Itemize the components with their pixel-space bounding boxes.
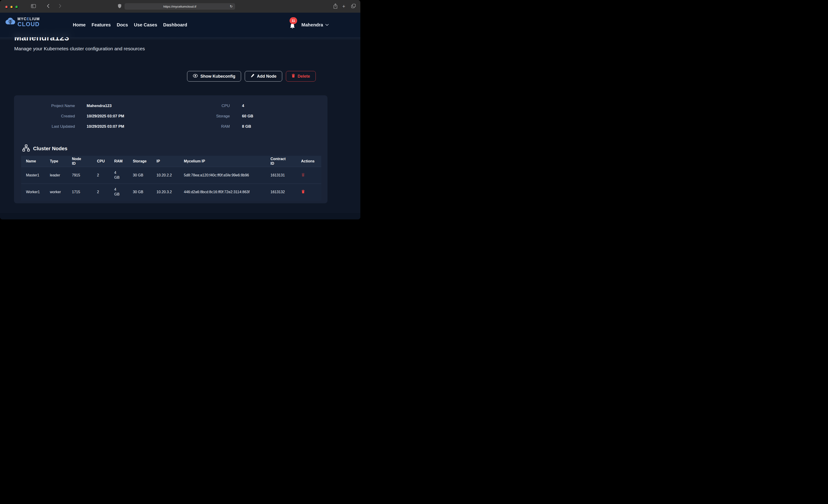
nav-link-docs[interactable]: Docs [117,22,128,28]
cell-mycelium-ip: 5d8:78ea:a120:f40c:ff0f:a5fe:99e6:8b96 [179,167,266,184]
nav-link-use-cases[interactable]: Use Cases [134,22,157,28]
cell-node-id: 7915 [67,167,92,184]
sidebar-toggle-button[interactable] [30,0,37,13]
cluster-nodes-heading: Cluster Nodes [22,144,67,153]
pencil-icon [250,74,254,79]
privacy-report-button[interactable] [117,0,122,13]
url-text: https://myceliumcloud.tf [163,5,196,8]
cell-cpu: 2 [92,184,110,201]
cluster-actions: Show Kubeconfig Add Node Delete [187,71,316,82]
footer-strip [0,213,360,219]
cell-name: Master1 [21,167,45,184]
table-row-master1: Master1 leader 7915 2 4 GB 30 GB 10.20.2… [21,167,321,184]
nav-link-home[interactable]: Home [73,22,86,28]
cell-storage: 30 GB [128,184,152,201]
cpu-label: CPU [207,103,230,108]
browser-window: https://myceliumcloud.tf ↻ + [0,0,360,219]
col-cpu: CPU [92,156,110,167]
tab-overview-button[interactable] [350,0,357,13]
nav-links: Home Features Docs Use Cases Dashboard [73,13,187,37]
tab-overview-icon [351,4,356,9]
cell-contract-id: 1613132 [266,184,296,201]
cell-ram: 4 GB [110,184,128,201]
last-updated-label: Last Updated [14,124,75,129]
show-kubeconfig-button[interactable]: Show Kubeconfig [187,71,241,82]
cell-node-id: 1715 [67,184,92,201]
storage-value: 60 GB [242,114,253,119]
cell-mycelium-ip: 446:d2a6:8bcd:8c16:ff0f:72e2:3114:863f [179,184,266,201]
back-button[interactable] [45,0,51,13]
chevron-left-icon [47,4,49,9]
chevron-down-icon [325,23,329,27]
delete-label: Delete [298,74,310,79]
trash-icon [301,174,305,177]
forward-button[interactable] [57,0,63,13]
project-name-label: Project Name [14,103,75,108]
info-row-cpu: CPU 4 [207,100,253,111]
cell-actions [296,184,321,201]
info-row-created: Created 10/29/2025 03:07 PM [14,111,124,121]
info-row-last-updated: Last Updated 10/29/2025 03:07 PM [14,121,124,132]
logo-line1: MYCELIUM [17,17,40,21]
delete-cluster-button[interactable]: Delete [286,71,316,82]
col-type: Type [45,156,67,167]
notification-badge: 11 [290,17,297,24]
zoom-window-button[interactable] [15,5,18,8]
cloud-logo-icon [5,17,16,27]
last-updated-value: 10/29/2025 03:07 PM [87,124,124,129]
refresh-icon: ↻ [230,4,233,8]
ram-label: RAM [207,124,230,129]
created-label: Created [14,114,75,119]
created-value: 10/29/2025 03:07 PM [87,114,124,119]
col-contract-id: Contract ID [266,156,296,167]
page-subtitle: Manage your Kubernetes cluster configura… [14,46,145,51]
nav-link-dashboard[interactable]: Dashboard [163,22,187,28]
top-navbar: MYCELIUM CLOUD Home Features Docs Use Ca… [0,13,360,37]
eye-icon [193,74,198,79]
chevron-right-icon [59,4,61,9]
col-ram: RAM [110,156,128,167]
cluster-nodes-table: Name Type Node ID CPU RAM Storage IP Myc… [21,156,321,201]
cell-ip: 10.20.3.2 [152,184,179,201]
cpu-value: 4 [242,103,244,108]
minimize-window-button[interactable] [10,5,13,8]
delete-node-button[interactable] [301,189,305,195]
logo-text: MYCELIUM CLOUD [17,17,40,27]
new-tab-button[interactable]: + [341,0,347,13]
col-name: Name [21,156,45,167]
notifications-button[interactable]: 11 [287,22,297,32]
refresh-button[interactable]: ↻ [229,4,234,9]
plus-icon: + [342,3,345,9]
cell-name: Worker1 [21,184,45,201]
col-ip: IP [152,156,179,167]
cluster-nodes-title: Cluster Nodes [33,145,67,152]
close-window-button[interactable] [5,5,8,8]
add-node-button[interactable]: Add Node [245,71,282,82]
trash-icon [292,74,295,79]
logo[interactable]: MYCELIUM CLOUD [5,17,40,27]
user-menu[interactable]: Mahendra [301,13,329,37]
cell-type: leader [45,167,67,184]
user-name: Mahendra [301,22,323,28]
delete-node-button[interactable] [301,172,305,178]
cell-cpu: 2 [92,167,110,184]
cell-type: worker [45,184,67,201]
col-node-id: Node ID [67,156,92,167]
table-row-worker1: Worker1 worker 1715 2 4 GB 30 GB 10.20.3… [21,184,321,201]
page-content: Mahendra123 MYCELIUM CLOUD Home Features… [0,13,360,219]
logo-line2: CLOUD [17,22,40,27]
shield-icon [118,4,122,9]
table-header-row: Name Type Node ID CPU RAM Storage IP Myc… [21,156,321,167]
info-row-project-name: Project Name Mahendra123 [14,100,124,111]
ram-value: 8 GB [242,124,251,129]
info-row-ram: RAM 8 GB [207,121,253,132]
col-mycelium-ip: Mycelium IP [179,156,266,167]
address-bar[interactable]: https://myceliumcloud.tf ↻ [125,3,235,10]
nav-link-features[interactable]: Features [92,22,111,28]
share-button[interactable] [332,0,338,13]
cell-contract-id: 1613131 [266,167,296,184]
bell-icon [289,27,295,31]
add-node-label: Add Node [257,74,277,79]
info-row-storage: Storage 60 GB [207,111,253,121]
col-storage: Storage [128,156,152,167]
